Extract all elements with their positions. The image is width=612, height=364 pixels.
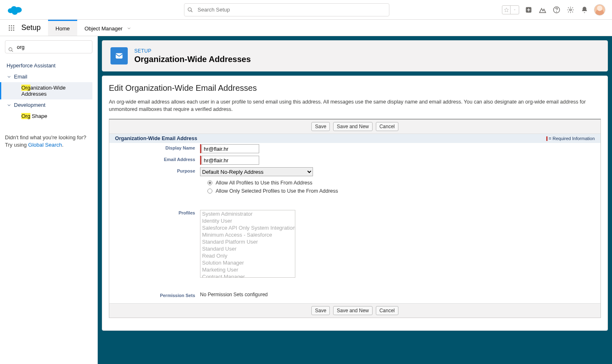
section-title: Organization-Wide Email Address [115,136,197,141]
svg-point-17 [9,29,10,30]
setup-sidebar: Hyperforce Assistant Email Organization-… [0,36,98,364]
svg-point-4 [188,7,191,11]
search-icon [187,7,193,13]
profile-option[interactable]: Salesforce API Only System Integrations [200,224,295,231]
svg-point-12 [11,25,12,26]
save-button[interactable]: Save [311,306,330,315]
global-search-wrap [184,3,389,16]
display-name-label: Display Name [109,143,198,154]
trailhead-icon[interactable] [538,5,547,14]
sidebar-footer: Didn't find what you're looking for? Try… [5,134,92,149]
purpose-select[interactable]: Default No-Reply Address [200,167,313,176]
svg-point-3 [12,10,18,15]
svg-point-10 [570,9,572,11]
content-card: Edit Organization-Wide Email Addresses A… [102,76,608,331]
page-email-icon [110,47,128,65]
tab-home-label: Home [55,25,70,32]
email-address-input[interactable] [202,156,259,165]
page-title: Organization-Wide Addresses [134,55,251,64]
sidebar-item-org-wide-addresses[interactable]: Organization-Wide Addresses [0,82,92,99]
purpose-label: Purpose [109,166,198,177]
svg-point-11 [9,25,10,26]
sidebar-item-highlight: Org [21,85,30,91]
profile-option[interactable]: Contract Manager [200,273,295,278]
svg-point-9 [557,12,557,12]
page-header-card: SETUP Organization-Wide Addresses [102,40,608,71]
svg-point-18 [11,29,12,30]
profile-option[interactable]: Identity User [200,217,295,224]
radio-icon [207,180,212,185]
sidebar-item-org-shape[interactable]: Org Shape [5,111,92,122]
svg-point-15 [11,27,12,28]
profile-option[interactable]: Standard Platform User [200,238,295,245]
sidebar-item-rest: Shape [30,113,47,119]
radio-allow-all-label: Allow All Profiles to Use this From Addr… [216,180,313,186]
chevron-down-icon [7,74,12,79]
profile-option[interactable]: Marketing User [200,266,295,273]
save-button[interactable]: Save [311,122,330,131]
help-icon[interactable] [552,5,561,14]
main-content: SETUP Organization-Wide Addresses Edit O… [98,36,612,364]
sidebar-hyperforce[interactable]: Hyperforce Assistant [5,60,92,71]
cancel-button[interactable]: Cancel [376,122,398,131]
global-header [0,0,612,20]
required-marker-icon [200,156,201,165]
svg-point-16 [13,27,14,28]
star-icon [502,6,511,14]
profile-option[interactable]: Standard User [200,245,295,252]
save-new-button[interactable]: Save and New [333,306,373,315]
profiles-label: Profiles [109,208,198,279]
required-legend: = Required Information [546,136,595,141]
permission-sets-label: Permission Sets [109,290,198,299]
radio-allow-selected-label: Allow Only Selected Profiles to Use the … [216,188,338,194]
sidebar-group-dev-label: Development [14,102,46,108]
profile-option[interactable]: Solution Manager [200,259,295,266]
sidebar-group-email-label: Email [14,74,28,80]
svg-point-19 [13,29,14,30]
required-marker-icon [200,144,201,153]
permission-sets-value: No Permission Sets configured [198,290,600,299]
sidebar-group-email[interactable]: Email [5,71,92,82]
svg-line-21 [12,51,13,52]
favorites-box[interactable] [502,5,519,14]
button-row-bottom: Save Save and New Cancel [109,303,600,318]
context-bar: Setup Home Object Manager [0,20,612,36]
email-address-label: Email Address [109,154,198,166]
cancel-button[interactable]: Cancel [376,306,398,315]
gear-icon[interactable] [566,5,575,14]
tab-object-manager-label: Object Manager [85,25,123,32]
sidebar-item-highlight: Org [21,113,30,119]
svg-point-14 [9,27,10,28]
content-description: An org-wide email address allows each us… [109,99,601,113]
save-new-button[interactable]: Save and New [333,122,373,131]
content-heading: Edit Organization-Wide Email Addresses [109,83,601,93]
radio-allow-selected[interactable]: Allow Only Selected Profiles to Use the … [200,187,598,195]
global-search-input[interactable] [184,3,389,16]
chevron-down-icon [127,26,131,31]
display-name-input[interactable] [202,144,259,153]
global-search-link[interactable]: Global Search [28,142,62,148]
radio-allow-all[interactable]: Allow All Profiles to Use this From Addr… [200,179,598,187]
radio-icon [207,189,212,194]
profile-option[interactable]: System Administrator [200,210,295,217]
svg-line-5 [191,10,193,12]
sidebar-group-development[interactable]: Development [5,99,92,111]
caret-down-icon [511,6,519,14]
sidebar-search-input[interactable] [5,40,92,53]
plus-icon[interactable] [524,5,533,14]
profile-option[interactable]: Minimum Access - Salesforce [200,231,295,238]
bell-icon[interactable] [580,5,589,14]
user-avatar[interactable] [594,4,605,16]
search-icon [8,47,14,53]
app-launcher-icon[interactable] [4,20,19,36]
app-name: Setup [19,20,48,36]
form-table: Display Name Email Address [109,143,600,303]
tab-home[interactable]: Home [48,20,77,36]
section-header: Organization-Wide Email Address = Requir… [109,134,600,143]
profile-option[interactable]: Read Only [200,252,295,259]
tab-object-manager[interactable]: Object Manager [77,20,139,36]
svg-point-20 [9,48,12,51]
profiles-listbox[interactable]: System Administrator Identity User Sales… [200,210,295,278]
salesforce-logo [7,4,23,16]
svg-point-13 [13,25,14,26]
